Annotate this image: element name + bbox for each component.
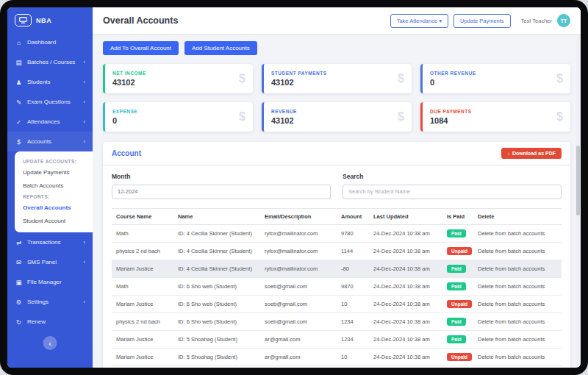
- submenu-item[interactable]: Batch Accounts: [23, 179, 88, 192]
- sidebar-nav-item[interactable]: $ Accounts ›: [7, 132, 93, 151]
- course-name-link[interactable]: physics 2 nd bach: [112, 242, 173, 260]
- delete-from-batch-link[interactable]: Delete from batch accounts: [473, 365, 562, 368]
- month-label: Month: [112, 173, 331, 180]
- paid-status-badge: Unpaid: [447, 300, 472, 308]
- delete-from-batch-link[interactable]: Delete from batch accounts: [473, 312, 562, 330]
- delete-from-batch-link[interactable]: Delete from batch accounts: [473, 277, 562, 295]
- chevron-right-icon: ›: [83, 138, 85, 145]
- add-student-accounts-button[interactable]: Add Student Accounts: [184, 41, 257, 55]
- sidebar-nav-item[interactable]: ✓ Attendances ›: [7, 112, 93, 132]
- delete-from-batch-link[interactable]: Delete from batch accounts: [473, 242, 562, 260]
- student-name-cell: ID: 6 Sho web (Student): [173, 277, 260, 295]
- student-name-cell: ID: 5 Shoahag (Student): [173, 348, 260, 365]
- last-updated-cell: 24-Dec-2024 10:38 am: [369, 242, 442, 260]
- search-label: Search: [343, 173, 562, 180]
- card-value: 1084: [430, 116, 556, 125]
- card-value: 43102: [112, 78, 239, 87]
- paid-status-badge: Paid: [447, 335, 466, 343]
- dashboard-icon: ⌂: [15, 39, 23, 46]
- sidebar-nav-item[interactable]: ⌂ Dashboard: [7, 32, 93, 52]
- col-header-last-updated: Last Updated: [369, 208, 442, 224]
- user-name: Test Teacher: [521, 18, 552, 24]
- col-header-amount: Amount: [337, 208, 369, 224]
- course-name-link[interactable]: Mariam Justice: [112, 260, 173, 277]
- paid-status-badge: Paid: [447, 229, 466, 238]
- download-pdf-button[interactable]: ↓ Download as PDF: [501, 148, 562, 159]
- email-cell: soeb@gmail.com: [260, 295, 337, 312]
- submenu-item[interactable]: Student Account: [23, 214, 88, 227]
- action-toolbar: Add To Overall Account Add Student Accou…: [103, 41, 570, 55]
- settings-icon: ⚙: [15, 299, 23, 306]
- delete-from-batch-link[interactable]: Delete from batch accounts: [473, 348, 562, 365]
- take-attendance-button[interactable]: Take Attendance ▾: [390, 14, 448, 28]
- chevron-right-icon: ›: [83, 239, 85, 246]
- delete-from-batch-link[interactable]: Delete from batch accounts: [473, 295, 562, 312]
- student-name-cell: ID: 6 Sho web (Student): [173, 312, 260, 330]
- email-cell: ar@gmail.com: [260, 330, 337, 348]
- add-overall-account-button[interactable]: Add To Overall Account: [103, 41, 179, 55]
- sidebar-nav-item[interactable]: ✎ Exam Questions ›: [7, 92, 93, 112]
- card-value: 0: [112, 116, 239, 125]
- chevron-right-icon: ›: [83, 79, 85, 85]
- paid-status-badge: Paid: [447, 265, 466, 273]
- course-name-link[interactable]: Mariam Justice: [112, 330, 173, 348]
- scrollbar-thumb[interactable]: [576, 146, 580, 215]
- delete-from-batch-link[interactable]: Delete from batch accounts: [473, 224, 562, 242]
- table-row: Mariam Justice ID: 5 Shoahag (Student) a…: [112, 330, 562, 348]
- paid-status-badge: Paid: [447, 282, 466, 290]
- student-name-cell: ID: 6 Sho web (Student): [173, 295, 260, 312]
- card-label: STUDENT PAYMENTS: [271, 71, 398, 76]
- app-window: NBA ⌂ Dashboard ▤ Batches / Courses › ♟ …: [7, 7, 581, 368]
- chevron-right-icon: ›: [83, 118, 85, 125]
- table-row: Math ID: 5 Shoahag (Student) ar@gmail.co…: [112, 365, 562, 368]
- submenu-item[interactable]: Overall Accounts: [23, 201, 88, 214]
- amount-cell: 1144: [337, 242, 369, 260]
- table-row: Math ID: 4 Cecilia Skinner (Student) ryf…: [112, 224, 562, 242]
- amount-cell: 1234: [337, 330, 369, 348]
- course-name-link[interactable]: Math: [112, 365, 173, 368]
- sidebar-nav-item[interactable]: ⇄ Transactions ›: [7, 232, 93, 252]
- col-header-is-paid: Is Paid: [442, 208, 473, 224]
- sidebar-nav-item[interactable]: ▤ Batches / Courses ›: [7, 52, 93, 72]
- dollar-icon: $: [239, 72, 245, 85]
- month-input[interactable]: [112, 185, 331, 199]
- sidebar-nav-item[interactable]: ▣ File Manager: [7, 272, 93, 292]
- summary-card: EXPENSE 0 $: [103, 102, 253, 132]
- sidebar-nav-item[interactable]: ⚙ Settings ›: [7, 292, 93, 312]
- course-name-link[interactable]: Math: [112, 277, 173, 295]
- user-avatar[interactable]: TT: [557, 14, 570, 27]
- course-name-link[interactable]: Mariam Justice: [112, 348, 173, 365]
- batches-courses-icon: ▤: [15, 59, 23, 66]
- update-payments-button[interactable]: Update Payments: [453, 14, 511, 28]
- course-name-link[interactable]: Math: [112, 224, 173, 242]
- table-row: Math ID: 6 Sho web (Student) soeb@gmail.…: [112, 277, 562, 295]
- vertical-scrollbar[interactable]: [576, 35, 580, 366]
- sidebar-item-label: File Manager: [27, 279, 81, 285]
- course-name-link[interactable]: physics 2 nd bach: [112, 312, 173, 330]
- dollar-icon: $: [398, 110, 404, 124]
- sidebar-nav-item[interactable]: ✉ SMS Panel ›: [7, 252, 93, 272]
- chevron-right-icon: ›: [83, 99, 85, 105]
- card-label: REVENUE: [271, 109, 398, 114]
- submenu-item[interactable]: UPDATE ACCOUNTS:: [23, 157, 88, 165]
- student-name-cell: ID: 4 Cecilia Skinner (Student): [173, 224, 260, 242]
- course-name-link[interactable]: Mariam Justice: [112, 295, 173, 312]
- attendances-icon: ✓: [15, 118, 23, 126]
- sidebar-item-label: Accounts: [27, 138, 79, 145]
- table-row: Mariam Justice ID: 5 Shoahag (Student) a…: [112, 348, 562, 365]
- delete-from-batch-link[interactable]: Delete from batch accounts: [473, 330, 562, 348]
- sidebar-nav-item[interactable]: ♟ Students ›: [7, 72, 93, 92]
- paid-status-badge: Unpaid: [447, 353, 472, 361]
- chevron-right-icon: ›: [83, 59, 85, 65]
- student-name-cell: ID: 4 Cecilia Skinner (Student): [173, 242, 260, 260]
- delete-from-batch-link[interactable]: Delete from batch accounts: [473, 260, 562, 277]
- sidebar-collapse-button[interactable]: ‹: [43, 336, 57, 350]
- last-updated-cell: 24-Dec-2024 10:38 am: [369, 365, 442, 368]
- submenu-item[interactable]: REPORTS:: [23, 192, 88, 201]
- amount-cell: 10: [337, 348, 369, 365]
- logo-icon: [15, 14, 32, 26]
- app-logo[interactable]: NBA: [7, 7, 93, 32]
- submenu-item[interactable]: Update Payments: [23, 165, 88, 179]
- search-input[interactable]: [343, 185, 562, 199]
- sidebar-nav-item[interactable]: ↻ Renew: [7, 312, 93, 332]
